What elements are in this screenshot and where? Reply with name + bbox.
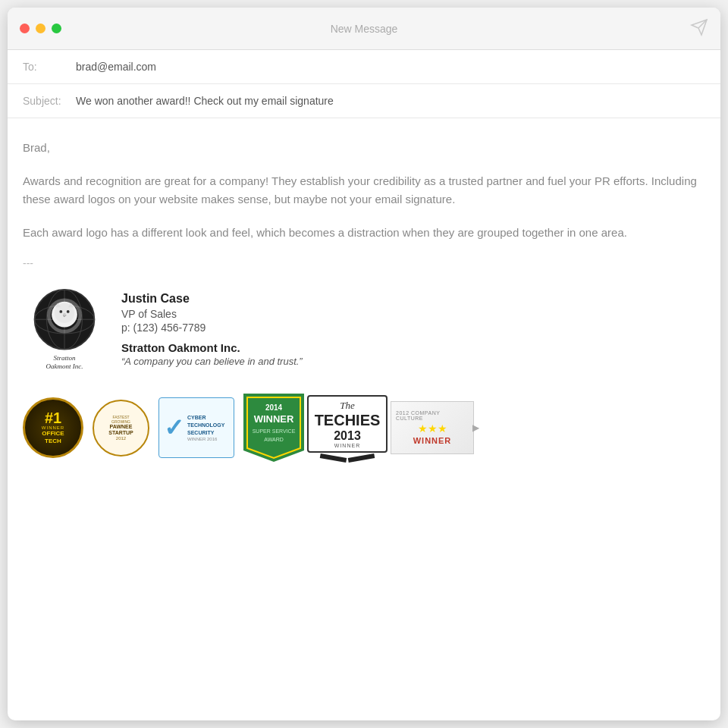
- award-badge-company-culture: 2012 COMPANY CULTURE ★★★ WINNER: [391, 401, 474, 454]
- paragraph-2: Each award logo has a different look and…: [23, 224, 705, 242]
- awards-row: #1 WINNER OFFICETECH FASTESTGROWING PAWN…: [23, 394, 705, 462]
- subject-value[interactable]: We won another award!! Check out my emai…: [76, 95, 334, 107]
- to-field-row: To: brad@email.com: [8, 50, 720, 84]
- divider: ---: [23, 257, 705, 269]
- traffic-lights: [20, 24, 61, 33]
- svg-text:AWARD: AWARD: [264, 437, 284, 442]
- svg-text:SUPER SERVICE: SUPER SERVICE: [253, 428, 296, 434]
- sig-title: VP of Sales: [121, 308, 303, 320]
- checkmark-icon: ✓: [164, 416, 184, 440]
- svg-point-8: [59, 310, 62, 313]
- svg-text:WINNER: WINNER: [254, 413, 294, 425]
- sig-tagline: “A company you can believe in and trust.…: [121, 356, 303, 367]
- svg-text:2014: 2014: [265, 403, 283, 412]
- maximize-button[interactable]: [52, 24, 61, 33]
- subject-field-row: Subject: We won another award!! Check ou…: [8, 84, 720, 118]
- window-title: New Message: [331, 23, 398, 35]
- to-label: To:: [23, 61, 76, 73]
- paragraph-1: Awards and recognition are great for a c…: [23, 172, 705, 209]
- signature-details: Justin Case VP of Sales p: (123) 456-778…: [121, 287, 303, 371]
- logo-company-name: Stratton Oakmont Inc.: [46, 354, 83, 371]
- subject-label: Subject:: [23, 95, 76, 107]
- send-button[interactable]: [690, 18, 708, 39]
- send-icon: [690, 18, 708, 36]
- email-compose-window: New Message To: brad@email.com Subject: …: [8, 8, 720, 720]
- sig-company: Stratton Oakmont Inc.: [121, 341, 303, 354]
- to-value[interactable]: brad@email.com: [76, 61, 156, 73]
- sig-phone: p: (123) 456-7789: [121, 322, 303, 334]
- svg-point-10: [63, 313, 66, 316]
- award-badge-super-service: 2014 WINNER SUPER SERVICE AWARD: [243, 394, 304, 462]
- sig-name: Justin Case: [121, 292, 303, 306]
- close-button[interactable]: [20, 24, 30, 33]
- email-body[interactable]: Brad, Awards and recognition are great f…: [8, 118, 720, 720]
- globe-lion-icon: [30, 287, 99, 351]
- award-badge-office-tech: #1 WINNER OFFICETECH: [23, 397, 83, 458]
- award-badge-pawnee-startup: FASTESTGROWING PAWNEESTARTUP 2012: [93, 400, 149, 457]
- minimize-button[interactable]: [36, 24, 46, 33]
- award-badge-cyber-security: ✓ CYBERTECHNOLOGYSECURITY WINNER 2016: [158, 397, 234, 458]
- company-logo: Stratton Oakmont Inc.: [23, 287, 106, 371]
- award-badge-techies-2013: The TECHIES 2013 WINNER: [313, 397, 381, 458]
- email-signature: Stratton Oakmont Inc. Justin Case VP of …: [23, 287, 705, 371]
- greeting: Brad,: [23, 141, 705, 154]
- titlebar: New Message: [8, 8, 720, 50]
- svg-point-9: [67, 310, 70, 313]
